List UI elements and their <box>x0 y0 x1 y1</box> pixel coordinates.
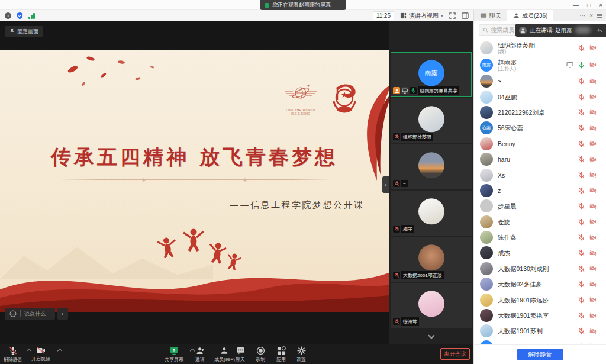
mic-muted-icon <box>578 202 585 210</box>
chat-input[interactable]: 说点什么... <box>5 308 55 320</box>
fullscreen-icon[interactable] <box>449 12 456 19</box>
stage-chat-line: 说点什么... ‹ <box>5 308 68 320</box>
camera-off-icon <box>589 62 597 68</box>
member-row[interactable]: 大数据1901苏钊 <box>474 323 606 339</box>
member-row[interactable]: 仓旋 <box>474 214 606 230</box>
start-video-button[interactable]: 开启视频 <box>31 346 50 362</box>
invite-button[interactable]: 邀请 <box>195 346 205 363</box>
speaking-toast: 正在讲话: 赵雨露 <box>515 24 606 37</box>
red-wave-decoration <box>0 259 389 312</box>
video-tiles: 雨露 赵雨露的屏幕共享 组织部徐苏阳 <box>391 52 472 328</box>
chat-collapse-button[interactable]: ‹ <box>57 308 68 320</box>
ribbon-decoration <box>346 86 389 189</box>
leave-meeting-button[interactable]: 离开会议 <box>440 348 470 360</box>
strip-scroll-down-icon[interactable] <box>428 332 434 339</box>
settings-button[interactable]: 设置 <box>296 346 306 363</box>
college-logo: LINK THE WORLD 信息工程学院 <box>276 83 325 120</box>
mic-muted-icon <box>578 109 585 116</box>
member-row[interactable]: 雨露 赵雨露 (主持人) <box>474 56 606 73</box>
watching-banner-text: 您正在观看赵雨露的屏幕 <box>272 1 331 9</box>
member-row[interactable]: 大数据1901窦艳李 <box>474 308 606 323</box>
avatar <box>418 106 444 132</box>
toast-collapse-icon[interactable] <box>597 27 602 33</box>
member-name: 2120212962刘卓 <box>498 109 575 116</box>
chevron-down-icon: ▾ <box>441 13 443 18</box>
pin-view-button[interactable]: 固定画面 <box>5 26 43 37</box>
member-row[interactable]: 陈仕鑫 <box>474 230 606 245</box>
tab-members[interactable]: 成员(236) <box>507 10 553 21</box>
avatar <box>480 106 493 119</box>
titlebar: 您正在观看赵雨露的屏幕 — □ × <box>0 0 606 10</box>
member-row[interactable]: z <box>474 183 606 198</box>
members-icon <box>513 12 520 19</box>
minimize-button[interactable]: — <box>573 0 579 10</box>
avatar: 雨露 <box>418 60 444 86</box>
member-row[interactable]: 成杰 <box>474 245 606 260</box>
member-name: haru <box>498 156 575 163</box>
mic-muted-icon <box>578 234 585 241</box>
strip-collapse-handle[interactable]: ‹ <box>382 176 389 193</box>
member-row[interactable]: ~ <box>474 73 606 89</box>
mic-muted-icon <box>578 297 585 304</box>
side-panel-icon[interactable] <box>462 12 469 19</box>
security-shield-icon[interactable] <box>17 12 23 20</box>
record-button[interactable]: 录制 <box>256 346 265 363</box>
video-tile[interactable]: 雨露 赵雨露的屏幕共享 <box>391 52 472 97</box>
member-row[interactable]: 大数据02张佳豪 <box>474 276 606 292</box>
panel-menu-icon[interactable] <box>597 14 602 18</box>
camera-off-icon <box>589 218 597 225</box>
members-button[interactable]: 成员(99+) <box>214 346 235 363</box>
banner-menu-icon[interactable] <box>334 2 341 8</box>
screen-share-icon <box>566 62 573 68</box>
chat-button[interactable]: 聊天 <box>236 346 245 363</box>
apps-button[interactable]: 应用 <box>276 346 286 363</box>
panel-unmute-button[interactable]: 解除静音 <box>517 349 563 360</box>
video-strip: 雨露 赵雨露的屏幕共享 组织部徐苏阳 <box>389 21 473 344</box>
member-row[interactable]: 杨清 大数据1904杨清 <box>474 339 606 344</box>
member-name: 大数据1901陈远娇 <box>498 297 575 304</box>
member-row[interactable]: 组织部徐苏阳 (我) <box>474 39 606 56</box>
presentation-slide: LINK THE WORLD 信息工程学院 传承五四精神 放飞青春梦想 ——信息… <box>0 50 389 312</box>
shared-screen-stage: 固定画面 <box>0 21 389 344</box>
view-mode-selector[interactable]: 演讲者视图 ▾ <box>400 12 443 20</box>
video-tile[interactable]: 梅宇 <box>391 191 472 236</box>
member-row[interactable]: 04巫鹏 <box>474 89 606 104</box>
bottom-toolbar: 解除静音 开启视频 共享屏幕 邀请 成员(99+) 聊天 录制 <box>0 344 473 364</box>
member-row[interactable]: 大数据0130刘成刚 <box>474 261 606 276</box>
share-screen-button[interactable]: 共享屏幕 <box>165 346 183 363</box>
tab-chat[interactable]: 聊天 <box>474 10 507 21</box>
avatar <box>480 184 493 197</box>
member-row[interactable]: 大数据1901陈远娇 <box>474 292 606 307</box>
camera-off-icon <box>589 265 597 272</box>
video-tile[interactable]: 大数据2001邓正淡 <box>391 237 472 282</box>
panel-tabs: 聊天 成员(236) ··· × <box>473 10 606 21</box>
panel-close-icon[interactable]: × <box>589 10 593 21</box>
panel-more-icon[interactable]: ··· <box>579 10 585 21</box>
avatar <box>480 324 493 337</box>
avatar <box>480 75 493 88</box>
meeting-info-icon[interactable]: i <box>5 12 11 19</box>
members-panel: 正在讲话: 赵雨露 组织部徐苏阳 (我) 雨露 <box>473 21 606 344</box>
member-row[interactable]: Benny <box>474 136 606 152</box>
member-row[interactable]: 心蕊 56宋心蕊 <box>474 120 606 136</box>
video-tile[interactable]: ~ <box>391 144 472 189</box>
member-row[interactable]: haru <box>474 152 606 167</box>
close-button[interactable]: × <box>599 0 602 10</box>
watching-banner[interactable]: 您正在观看赵雨露的屏幕 <box>260 0 346 10</box>
avatar <box>480 91 493 104</box>
member-row[interactable]: 步星晨 <box>474 198 606 214</box>
avatar <box>480 231 493 244</box>
network-signal-icon[interactable] <box>28 13 35 19</box>
share-options-chevron[interactable] <box>190 349 195 353</box>
video-tile[interactable]: 徐海坤 <box>391 283 472 328</box>
unmute-button[interactable]: 解除静音 <box>4 346 22 363</box>
member-name: 大数据1901苏钊 <box>498 327 575 334</box>
mic-options-chevron[interactable] <box>27 349 31 353</box>
video-options-chevron[interactable] <box>57 349 62 353</box>
maximize-button[interactable]: □ <box>587 0 591 10</box>
video-tile[interactable]: 组织部徐苏阳 <box>391 98 472 143</box>
member-row[interactable]: Xs <box>474 167 606 182</box>
member-row[interactable]: 2120212962刘卓 <box>474 105 606 120</box>
members-panel-footer: 解除静音 <box>473 344 606 364</box>
apps-icon <box>277 346 286 355</box>
